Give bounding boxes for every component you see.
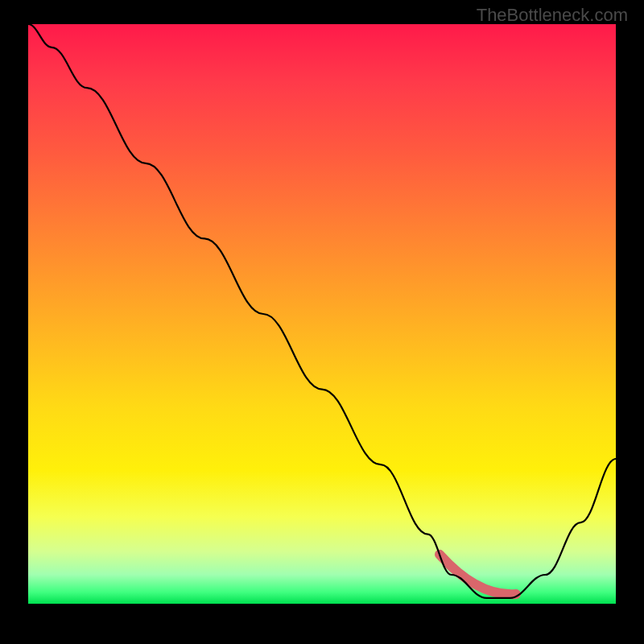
chart-plot-area [28, 24, 616, 604]
bottleneck-line-chart [28, 24, 616, 604]
bottleneck-curve-path [28, 24, 616, 598]
watermark-text: TheBottleneck.com [477, 5, 628, 26]
